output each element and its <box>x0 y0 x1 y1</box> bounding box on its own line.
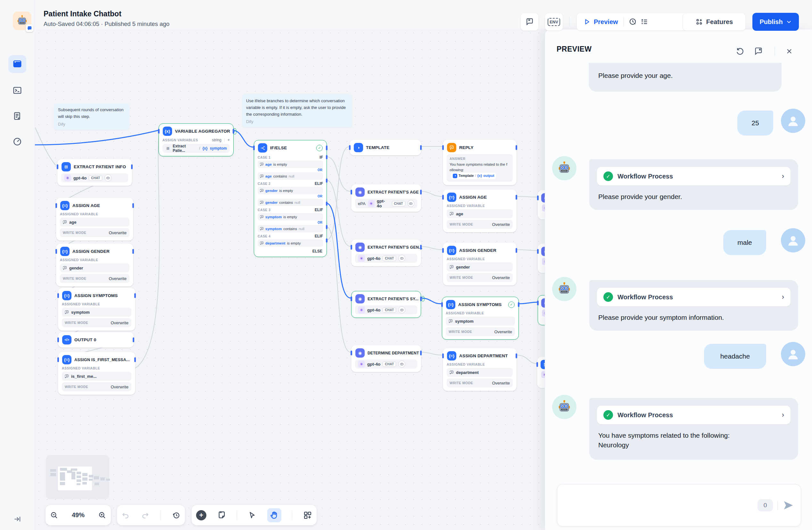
undo-icon[interactable] <box>121 511 130 519</box>
reply-icon <box>447 143 456 152</box>
llm-icon: ◉ <box>356 243 365 252</box>
person-icon <box>786 347 800 361</box>
features-label: Features <box>706 18 733 26</box>
reply-text-line1: You have symptoms related to the f <box>450 162 510 167</box>
zoom-toolbar: 49% <box>45 505 111 525</box>
success-check-icon: ✓ <box>604 292 613 302</box>
workflow-process-toggle[interactable]: ✓ Workflow Process › <box>597 288 791 306</box>
sidebar-item-monitoring[interactable] <box>8 133 26 151</box>
template-ref-icon: ◑ <box>453 174 457 178</box>
zoom-level[interactable]: 49% <box>72 512 85 519</box>
top-header: Patient Intake Chatbot Auto-Saved 04:06:… <box>0 0 812 32</box>
chat-input[interactable]: 0 <box>557 484 801 527</box>
node-variable-aggregator[interactable]: {x} VARIABLE AGGREGATOR ✓ ASSIGN VARIABL… <box>159 123 234 156</box>
checklist-icon[interactable] <box>640 18 649 26</box>
sidebar-collapse-button[interactable] <box>8 510 26 528</box>
node-assign-department[interactable]: {=} ASSIGN DEPARTMENT ASSIGNED VARIABLE … <box>443 348 517 391</box>
node-if-else[interactable]: IF/ELSE ✓ CASE 1IF ageis empty OR agecon… <box>254 140 327 257</box>
chevron-right-icon[interactable]: › <box>782 411 784 419</box>
left-sidebar <box>0 0 35 530</box>
preview-run-button[interactable]: Preview <box>594 18 618 26</box>
bot-avatar <box>552 277 577 301</box>
success-check-icon: ✓ <box>508 302 514 308</box>
node-extract-patient-info[interactable]: ⊞ EXTRACT PATIENT INFO ✳ gpt-4o CHAT <box>57 159 132 186</box>
add-note-icon[interactable] <box>217 511 226 520</box>
node-determine-department[interactable]: ◉ DETERMINE DEPARTMENT ✳ gpt-4o CHAT <box>351 345 421 372</box>
source-node-icon: ⊞ <box>165 146 171 151</box>
page-title: Patient Intake Chatbot <box>44 10 121 18</box>
chevron-right-icon[interactable]: › <box>782 293 784 301</box>
zoom-out-icon[interactable] <box>50 511 58 519</box>
env-button[interactable]: ENV <box>545 13 563 31</box>
annotation-button[interactable] <box>520 13 539 31</box>
chevron-down-icon <box>786 19 792 25</box>
node-assign-symptoms-right[interactable]: {=} ASSIGN SYMPTOMS ✓ ASSIGNED VARIABLE … <box>442 297 519 340</box>
hand-tool-active[interactable] <box>267 508 281 522</box>
input-divider <box>778 501 778 510</box>
publish-label: Publish <box>759 18 783 26</box>
node-reply[interactable]: REPLY ANSWER You have symptoms related t… <box>443 140 517 185</box>
sidebar-item-logs[interactable] <box>8 107 26 125</box>
redo-icon[interactable] <box>141 511 149 519</box>
node-assign-symptoms-left[interactable]: {=} ASSIGN SYMPTOMS ASSIGNED VARIABLE sy… <box>58 288 135 331</box>
send-icon[interactable] <box>782 499 794 512</box>
note-text: Use if/else branches to determine which … <box>246 98 348 118</box>
gpt-model-icon: ✳ <box>358 360 365 368</box>
if-else-icon <box>258 143 267 153</box>
success-check-icon: ✓ <box>421 296 424 302</box>
chatbot-badge-icon <box>27 26 32 31</box>
close-icon[interactable] <box>784 46 794 56</box>
preview-group-divider <box>623 17 624 27</box>
add-node-button[interactable]: + <box>196 510 206 520</box>
node-assign-age-right[interactable]: {=} ASSIGN AGE ASSIGNED VARIABLE age WRI… <box>443 189 517 232</box>
preview-panel: PREVIEW Please provide your age. 25 <box>545 29 812 530</box>
conversation-variable-icon <box>450 265 454 269</box>
add-variable-button[interactable]: + <box>228 138 230 142</box>
node-extract-patients-symptom[interactable]: ◉ EXTRACT PATIENT'S SY... ✓ ✳ gpt-4o CHA… <box>351 291 421 318</box>
template-icon: ◑ <box>354 143 363 152</box>
workflow-process-toggle[interactable]: ✓ Workflow Process › <box>597 167 791 186</box>
clear-conversation-button[interactable] <box>753 46 764 56</box>
window-icon <box>13 59 22 69</box>
hand-icon <box>270 511 278 519</box>
result-line2: Neurology <box>598 440 789 450</box>
terminal-icon <box>13 86 22 95</box>
node-assign-gender-left[interactable]: {=} ASSIGN GENDER ASSIGNED VARIABLE gend… <box>56 244 133 286</box>
gpt-model-icon: ✳ <box>64 174 71 181</box>
sticky-note-skip[interactable]: Subsequent rounds of conversation will s… <box>54 103 129 130</box>
node-extract-patients-gender[interactable]: ◉ EXTRACT PATIENT'S GEN... ✳ gpt-4o CHAT <box>351 239 421 266</box>
sticky-note-ifelse[interactable]: Use if/else branches to determine which … <box>242 94 352 128</box>
user-avatar <box>781 109 805 133</box>
restart-conversation-button[interactable] <box>735 46 745 56</box>
gauge-icon <box>13 137 22 146</box>
node-template[interactable]: ◑ TEMPLATE <box>350 140 421 155</box>
node-output-0[interactable]: </> OUTPUT 0 <box>58 332 134 348</box>
conversation-variable-icon <box>63 266 67 270</box>
node-assign-age-left[interactable]: {=} ASSIGN AGE ASSIGNED VARIABLE age WRI… <box>56 198 133 241</box>
workflow-process-toggle[interactable]: ✓ Workflow Process › <box>597 406 791 424</box>
collapse-arrow-icon <box>13 515 21 523</box>
character-counter: 0 <box>757 499 773 512</box>
run-history-icon[interactable] <box>629 18 637 26</box>
auto-layout-icon[interactable] <box>303 511 312 520</box>
gpt-model-icon: ✳ <box>368 200 375 207</box>
chevron-right-icon[interactable]: › <box>782 172 784 181</box>
node-assign-gender-right[interactable]: {=} ASSIGN GENDER ASSIGNED VARIABLE gend… <box>443 243 517 286</box>
user-avatar <box>781 228 805 253</box>
sidebar-item-orchestrate[interactable] <box>8 55 26 73</box>
bot-message-result: ✓ Workflow Process › You have symptoms r… <box>589 398 798 460</box>
node-assign-is-first-message[interactable]: {=} ASSIGN IS_FIRST_MESSA... ASSIGNED VA… <box>58 352 135 395</box>
publish-button[interactable]: Publish <box>752 13 799 31</box>
header-divider <box>569 17 569 26</box>
features-button[interactable]: Features <box>683 13 746 31</box>
bot-message-age: Please provide your age. <box>589 63 782 92</box>
assigner-icon: {=} <box>447 192 456 202</box>
node-extract-patients-age[interactable]: ◉ EXTRACT PATIENT'S AGE ePA ✳ gpt-4o CHA… <box>351 184 421 212</box>
zoom-in-icon[interactable] <box>98 511 106 519</box>
history-icon[interactable] <box>172 511 180 519</box>
sidebar-item-terminal[interactable] <box>8 81 26 99</box>
assigner-icon: {=} <box>62 291 71 300</box>
pointer-icon[interactable] <box>248 511 256 519</box>
chat-transcript[interactable]: Please provide your age. 25 ✓ Workflow P… <box>545 63 812 484</box>
canvas-minimap[interactable] <box>46 455 109 499</box>
